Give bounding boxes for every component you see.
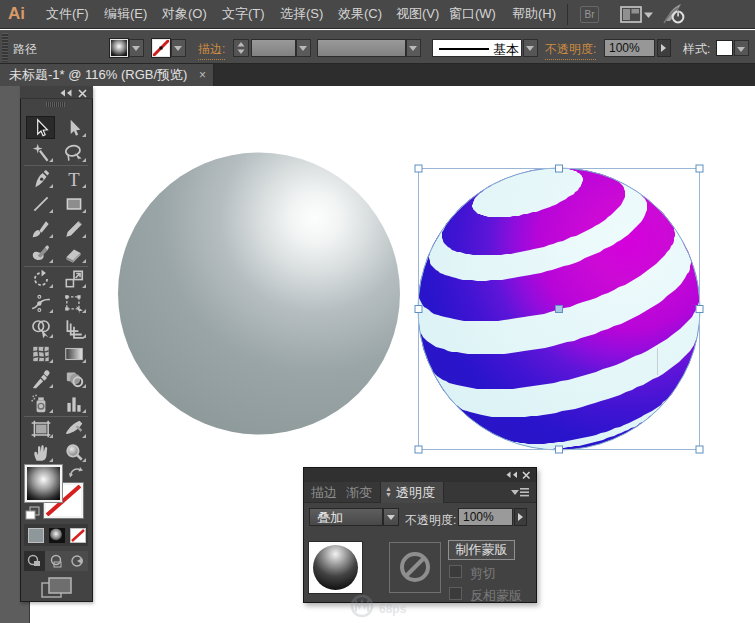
svg-text:68ps: 68ps [379,602,407,616]
svg-text:T: T [68,168,80,189]
